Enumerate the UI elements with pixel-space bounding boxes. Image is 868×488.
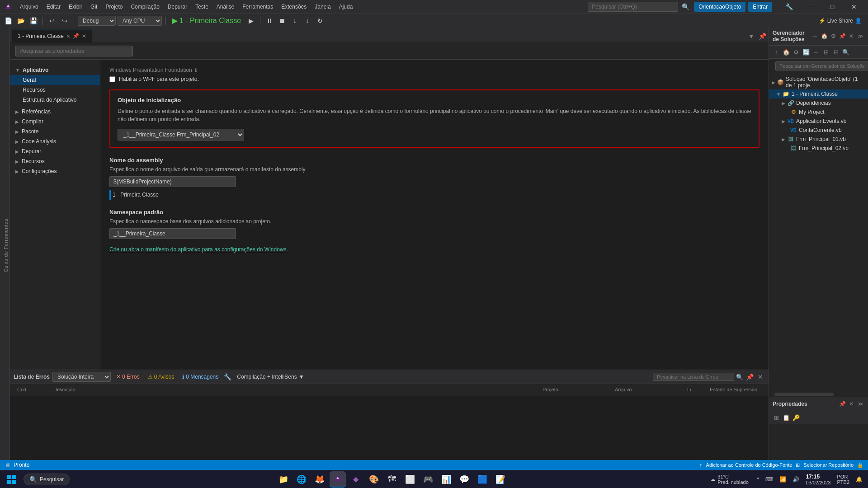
se-home-btn[interactable]: 🏠	[820, 32, 828, 40]
lang-area[interactable]: POR PTB2	[835, 473, 851, 486]
assembly-input[interactable]	[109, 176, 236, 187]
keyboard-icon[interactable]: ⌨	[764, 475, 775, 483]
debug-config-dropdown[interactable]: Debug	[78, 16, 116, 26]
new-file-btn[interactable]: 📄	[3, 15, 14, 26]
nav-depurar[interactable]: ▶ Depurar	[10, 146, 100, 156]
tree-appevents[interactable]: ▶ VB ApplicationEvents.vb	[769, 117, 868, 126]
step-btn[interactable]: ↓	[289, 15, 300, 26]
taskbar-firefox[interactable]: 🦊	[311, 471, 328, 488]
nav-pacote[interactable]: ▶ Pacote	[10, 127, 100, 136]
source-control-text[interactable]: Adicionar ao Controle do Código-Fonte	[706, 462, 793, 468]
se-menu-btn[interactable]: ≫	[856, 32, 864, 40]
se-btn2[interactable]: 🏠	[782, 47, 791, 56]
tab-list-btn[interactable]: ▼	[747, 32, 756, 41]
taskbar-app9[interactable]: 🟦	[474, 471, 491, 488]
se-scrollbar-h[interactable]	[769, 392, 868, 397]
tree-myproject[interactable]: ⚙ My Project	[769, 108, 868, 117]
prop-close-btn[interactable]: ✕	[847, 400, 855, 408]
menu-compilacao[interactable]: Compilação	[127, 2, 163, 12]
tab-primeira-classe[interactable]: 1 - Primeira Classe × 📌 ✕	[12, 29, 92, 42]
prop-btn3[interactable]: 🔑	[792, 413, 801, 422]
menu-exibir[interactable]: Exibir	[65, 2, 86, 12]
taskbar-app3[interactable]: 🎨	[366, 471, 382, 488]
taskbar-vs[interactable]	[330, 471, 346, 488]
entrar-button[interactable]: Entrar	[748, 2, 772, 12]
undo-btn[interactable]: ↩	[47, 15, 57, 26]
prop-menu-btn[interactable]: ≫	[856, 400, 864, 408]
maximize-btn[interactable]: □	[822, 0, 843, 14]
run-alt-btn[interactable]: ▶	[245, 15, 256, 26]
nav-recursos2[interactable]: ▶ Recursos	[10, 156, 100, 166]
taskbar-vs2[interactable]: ◆	[348, 471, 364, 488]
step2-btn[interactable]: ↕	[302, 15, 313, 26]
nav-compilar[interactable]: ▶ Compilar	[10, 117, 100, 127]
se-btn7[interactable]: ⊟	[831, 47, 840, 56]
taskbar-search[interactable]: 🔍 Pesquisar	[24, 474, 70, 485]
taskbar-app4[interactable]: 🗺	[384, 471, 400, 488]
stop-btn[interactable]: ⏹	[277, 15, 288, 26]
error-pin-btn[interactable]: 📌	[745, 372, 754, 381]
tree-frm02[interactable]: 🖼 Frm_Principal_02.vb	[769, 144, 868, 153]
taskbar-app6[interactable]: 🎮	[420, 471, 436, 488]
tree-conta[interactable]: VB ContaCorrente.vb	[769, 126, 868, 135]
menu-extensoes[interactable]: Extensões	[278, 2, 310, 12]
redo-btn[interactable]: ↪	[59, 15, 70, 26]
menu-ferramentas[interactable]: Ferramentas	[239, 2, 277, 12]
se-btn8[interactable]: 🔍	[841, 47, 850, 56]
taskbar-app5[interactable]: ⬜	[402, 471, 418, 488]
tab-close-x[interactable]: ✕	[82, 33, 86, 39]
prop-btn2[interactable]: 📋	[782, 413, 791, 422]
manifest-link[interactable]: Crie ou abra o manifesto do aplicativo p…	[109, 246, 288, 253]
info-icon[interactable]: ℹ	[195, 67, 197, 73]
tree-deps[interactable]: ▶ 🔗 Dependências	[769, 99, 868, 108]
cpu-config-dropdown[interactable]: Any CPU	[118, 16, 162, 26]
menu-janela[interactable]: Janela	[311, 2, 334, 12]
restore-icon-btn[interactable]: 🔧	[778, 0, 799, 14]
error-scope-dropdown[interactable]: Solução Inteira Projeto Atual	[52, 372, 111, 382]
taskbar-app8[interactable]: 💬	[456, 471, 472, 488]
tree-frm01[interactable]: ▶ 🖼 Frm_Principal_01.vb	[769, 135, 868, 144]
minimize-btn[interactable]: ─	[800, 0, 821, 14]
toolbox-label[interactable]: Caixa de Ferramentas	[2, 216, 9, 275]
menu-git[interactable]: Git	[87, 2, 101, 12]
wifi-icon[interactable]: 📶	[778, 475, 788, 483]
save-btn[interactable]: 💾	[28, 15, 39, 26]
filter-btn[interactable]: Compilação + IntelliSens ▼	[234, 373, 307, 381]
datetime-area[interactable]: 17:15 03/02/2023	[804, 473, 832, 486]
open-file-btn[interactable]: 📂	[15, 15, 26, 26]
menu-analise[interactable]: Análise	[213, 2, 238, 12]
start-button[interactable]	[4, 471, 20, 488]
startup-object-dropdown[interactable]: _1__Primeira_Classe.Frm_Principal_02 _1_…	[118, 129, 244, 141]
menu-ajuda[interactable]: Ajuda	[335, 2, 357, 12]
se-settings-btn[interactable]: ⚙	[829, 32, 837, 40]
se-btn3[interactable]: ⚙	[792, 47, 801, 56]
se-search-input[interactable]	[775, 61, 868, 70]
run-btn[interactable]: ▶ 1 - Primeira Classe	[170, 15, 244, 26]
profile-button[interactable]: OrientacaoObjeto	[694, 2, 745, 12]
repository-text[interactable]: Selecionar Repositório	[803, 462, 854, 468]
se-sync-btn[interactable]: ↔	[811, 32, 819, 40]
nav-geral[interactable]: Geral	[10, 75, 100, 85]
nav-code-analysis[interactable]: ▶ Code Analysis	[10, 136, 100, 146]
taskbar-app10[interactable]: 📝	[492, 471, 509, 488]
notification-icon[interactable]: 🔔	[854, 475, 864, 483]
sound-icon[interactable]: 🔊	[791, 475, 801, 483]
tree-project[interactable]: ▼ 📁 1 - Primeira Classe	[769, 89, 868, 99]
namespace-input[interactable]	[109, 228, 236, 239]
warning-count-badge[interactable]: ⚠ 0 Avisos	[145, 373, 177, 381]
pin-icon[interactable]: 📌	[73, 33, 79, 39]
error-close-btn[interactable]: ✕	[756, 372, 765, 381]
se-btn5[interactable]: ←	[811, 47, 821, 56]
error-search-input[interactable]	[653, 373, 734, 381]
prop-btn1[interactable]: ⊞	[772, 413, 781, 422]
taskbar-app7[interactable]: 📊	[438, 471, 454, 488]
wpf-checkbox[interactable]	[109, 76, 115, 82]
prop-pin-btn[interactable]: 📌	[838, 400, 846, 408]
error-count-badge[interactable]: ✕ 0 Erros	[113, 373, 142, 381]
se-pin-btn[interactable]: 📌	[838, 32, 846, 40]
tree-solution[interactable]: ▶ 📦 Solução 'OrientacaoObjeto' (1 de 1 p…	[769, 75, 868, 89]
nav-estrutura[interactable]: Estrutura do Aplicativo	[10, 95, 100, 105]
pause-btn[interactable]: ⏸	[264, 15, 275, 26]
se-btn6[interactable]: ⊞	[821, 47, 830, 56]
tab-pin-btn[interactable]: 📌	[758, 32, 767, 41]
